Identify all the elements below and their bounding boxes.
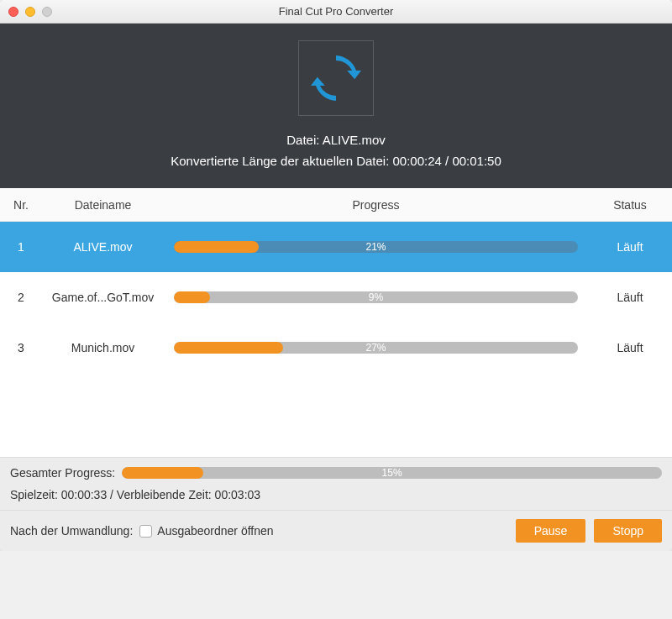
table-row[interactable]: 1ALIVE.mov21%Läuft xyxy=(0,222,672,272)
cell-filename: ALIVE.mov xyxy=(42,240,164,254)
col-header-progress: Progress xyxy=(164,198,588,212)
bottom-bar: Nach der Umwandlung: Ausgabeordner öffne… xyxy=(0,510,672,551)
overall-progress-label: Gesamter Progress: xyxy=(10,466,115,480)
cell-filename: Game.of...GoT.mov xyxy=(42,291,164,304)
overall-progress-bar: 15% xyxy=(122,467,662,479)
cell-progress: 21% xyxy=(164,241,588,253)
titlebar[interactable]: Final Cut Pro Converter xyxy=(0,0,672,24)
progress-bar: 9% xyxy=(174,291,578,303)
convert-icon xyxy=(298,40,374,116)
minimize-button[interactable] xyxy=(25,7,35,17)
progress-bar: 27% xyxy=(174,342,578,354)
table-row[interactable]: 3Munich.mov27%Läuft xyxy=(0,323,672,373)
footer: Gesamter Progress: 15% Spielzeit: 00:00:… xyxy=(0,457,672,551)
pause-button[interactable]: Pause xyxy=(516,519,586,543)
window-controls xyxy=(8,7,52,17)
stop-button[interactable]: Stopp xyxy=(594,519,662,543)
table-row[interactable]: 2Game.of...GoT.mov9%Läuft xyxy=(0,272,672,323)
zoom-button[interactable] xyxy=(42,7,52,17)
cell-nr: 1 xyxy=(0,240,42,254)
col-header-status: Status xyxy=(588,198,672,212)
table-header: Nr. Dateiname Progress Status xyxy=(0,188,672,222)
overall-progress-percent: 15% xyxy=(122,467,662,479)
col-header-nr: Nr. xyxy=(0,198,42,212)
progress-percent-label: 27% xyxy=(174,342,578,354)
col-header-name: Dateiname xyxy=(42,198,164,212)
cell-progress: 9% xyxy=(164,291,588,303)
cell-nr: 3 xyxy=(0,341,42,354)
cell-filename: Munich.mov xyxy=(42,341,164,354)
time-info: Spielzeit: 00:00:33 / Verbleibende Zeit:… xyxy=(0,485,672,510)
cell-status: Läuft xyxy=(588,291,672,304)
open-output-folder-checkbox[interactable] xyxy=(139,525,152,538)
close-button[interactable] xyxy=(8,7,18,17)
progress-percent-label: 21% xyxy=(174,241,578,253)
open-output-folder-label: Ausgabeordner öffnen xyxy=(157,524,273,538)
cell-progress: 27% xyxy=(164,342,588,354)
cell-nr: 2 xyxy=(0,291,42,304)
app-window: Final Cut Pro Converter Datei: ALIVE.mov… xyxy=(0,0,672,551)
progress-percent-label: 9% xyxy=(174,291,578,303)
progress-bar: 21% xyxy=(174,241,578,253)
conversion-header: Datei: ALIVE.mov Konvertierte Länge der … xyxy=(0,24,672,188)
current-file-label: Datei: ALIVE.mov xyxy=(286,133,386,147)
cell-status: Läuft xyxy=(588,240,672,254)
current-file-progress-text: Konvertierte Länge der aktuellen Datei: … xyxy=(171,154,501,168)
table-body: 1ALIVE.mov21%Läuft2Game.of...GoT.mov9%Lä… xyxy=(0,222,672,457)
cell-status: Läuft xyxy=(588,341,672,354)
overall-progress-section: Gesamter Progress: 15% xyxy=(0,458,672,485)
after-conversion-label: Nach der Umwandlung: xyxy=(10,524,133,538)
window-title: Final Cut Pro Converter xyxy=(0,5,672,18)
